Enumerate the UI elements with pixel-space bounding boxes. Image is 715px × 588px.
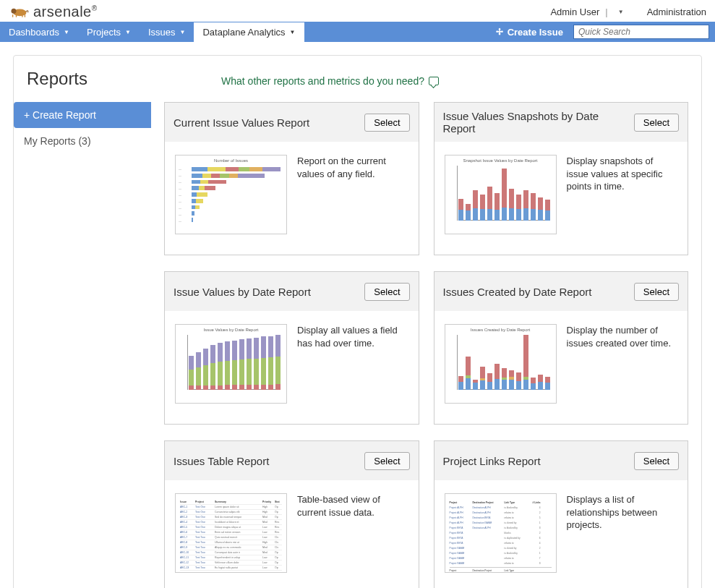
administration-link[interactable]: Administration	[647, 7, 706, 17]
thumbnail-stacked-bars: Issue Values by Date Report	[175, 324, 287, 404]
brand-text: arsenale®	[33, 4, 98, 20]
thumbnail-project-links: ProjectDestination ProjectLink Type# Lin…	[445, 493, 557, 573]
report-grid: Current Issue Values Report Select Numbe…	[164, 102, 688, 588]
card-desc: Display all values a field has had over …	[297, 324, 408, 404]
chevron-down-icon: ▼	[125, 29, 131, 35]
page-panel: Reports What other reports and metrics d…	[13, 55, 702, 588]
page-header: Reports What other reports and metrics d…	[14, 69, 688, 89]
topbar-right: Admin User | ▼ Administration	[550, 7, 706, 17]
svg-rect-3	[16, 14, 17, 17]
thumbnail-created-bars: Issues Created by Date Report	[445, 324, 557, 404]
thumbnail-hbar: Number of Issues —————————	[175, 155, 287, 234]
nav-projects[interactable]: Projects▼	[78, 22, 140, 42]
card-title: Issues Created by Date Report	[443, 286, 634, 298]
user-dropdown-caret[interactable]: ▼	[614, 9, 628, 15]
thumbnail-snapshot-bars: Snapshot Issue Values by Date Report	[445, 155, 557, 234]
chevron-down-icon: ▼	[180, 29, 186, 35]
card-issue-values-by-date: Issue Values by Date Report Select Issue…	[164, 271, 419, 425]
card-desc: Display the number of issues created ove…	[567, 324, 678, 404]
thumbnail-table: IssueProjectSummaryPriorityStat ABC-1Tes…	[175, 493, 287, 573]
lion-icon	[9, 5, 29, 18]
card-desc: Report on the current values of any fiel…	[297, 155, 408, 234]
card-title: Issue Values Snapshots by Date Report	[443, 110, 634, 135]
sidebar: + Create Report My Reports (3)	[14, 102, 151, 588]
select-button[interactable]: Select	[634, 114, 679, 132]
nav-issues[interactable]: Issues▼	[140, 22, 194, 42]
card-issues-table: Issues Table Report Select IssueProjectS…	[164, 440, 419, 588]
sidebar-create-report[interactable]: + Create Report	[14, 102, 151, 128]
navbar: Dashboards▼ Projects▼ Issues▼ Dataplane …	[0, 22, 715, 42]
page: Reports What other reports and metrics d…	[0, 42, 715, 588]
svg-rect-2	[12, 14, 13, 17]
card-current-issue-values: Current Issue Values Report Select Numbe…	[164, 102, 419, 255]
card-issue-values-snapshots: Issue Values Snapshots by Date Report Se…	[434, 102, 689, 255]
select-button[interactable]: Select	[634, 283, 679, 301]
card-title: Issues Table Report	[174, 455, 364, 467]
card-title: Current Issue Values Report	[174, 116, 364, 129]
page-title: Reports	[27, 69, 87, 89]
content: + Create Report My Reports (3) Current I…	[14, 102, 688, 588]
user-menu[interactable]: Admin User	[550, 7, 599, 17]
card-desc: Displays a list of relationships between…	[567, 493, 678, 573]
card-desc: Display snapshots of issue values at spe…	[567, 155, 678, 234]
svg-rect-5	[25, 14, 25, 17]
feedback-link[interactable]: What other reports and metrics do you ne…	[221, 75, 439, 87]
sidebar-my-reports[interactable]: My Reports (3)	[14, 128, 151, 154]
card-title: Project Links Report	[443, 455, 634, 467]
card-project-links: Project Links Report Select ProjectDesti…	[434, 440, 689, 588]
topbar: arsenale® Admin User | ▼ Administration	[0, 0, 715, 22]
card-title: Issue Values by Date Report	[174, 286, 364, 298]
brand-logo[interactable]: arsenale®	[9, 4, 98, 20]
nav-dashboards[interactable]: Dashboards▼	[0, 22, 78, 42]
svg-point-1	[12, 9, 17, 14]
card-desc: Table-based view of current issue data.	[297, 493, 408, 573]
quick-search-input[interactable]	[573, 25, 709, 39]
create-issue-button[interactable]: ✢ Create Issue	[489, 24, 570, 41]
svg-rect-4	[22, 14, 22, 17]
chevron-down-icon: ▼	[290, 29, 296, 35]
select-button[interactable]: Select	[364, 283, 409, 301]
card-issues-created-by-date: Issues Created by Date Report Select Iss…	[434, 271, 689, 425]
select-button[interactable]: Select	[634, 452, 679, 470]
chevron-down-icon: ▼	[64, 29, 69, 35]
select-button[interactable]: Select	[364, 452, 409, 470]
speech-bubble-icon	[429, 77, 439, 85]
select-button[interactable]: Select	[364, 114, 409, 132]
nav-dataplane-analytics[interactable]: Dataplane Analytics▼	[194, 22, 304, 42]
plus-icon: ✢	[496, 27, 503, 37]
